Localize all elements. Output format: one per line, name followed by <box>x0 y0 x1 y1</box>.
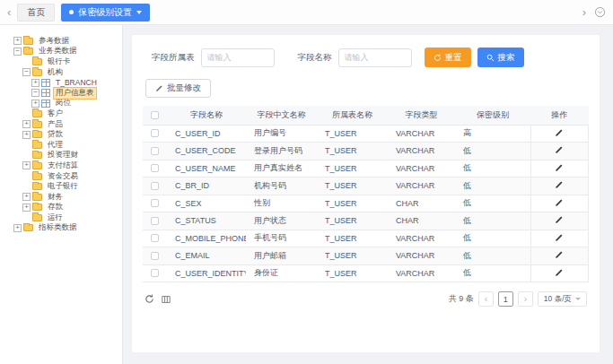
row-checkbox[interactable] <box>151 234 159 242</box>
tab-security-level-settings[interactable]: 保密级别设置 <box>61 4 150 22</box>
row-checkbox[interactable] <box>151 129 159 137</box>
current-page-button[interactable]: 1 <box>498 291 513 307</box>
row-checkbox-cell <box>143 125 167 143</box>
tabs-menu-icon[interactable] <box>594 6 606 18</box>
tabs-scroll-left-icon[interactable]: ‹ <box>7 6 11 18</box>
edit-row-button[interactable] <box>555 180 564 189</box>
table-icon <box>41 100 50 108</box>
tab-home[interactable]: 首页 <box>17 4 55 22</box>
reset-icon <box>433 54 442 62</box>
row-checkbox-cell <box>143 247 167 265</box>
row-checkbox[interactable] <box>151 199 159 207</box>
batch-edit-button[interactable]: 批量修改 <box>145 79 211 98</box>
table-row: C_STATUS用户状态T_USERCHAR低 <box>143 212 589 230</box>
row-checkbox-cell <box>143 264 167 282</box>
operation-cell <box>530 230 589 247</box>
edit-row-button[interactable] <box>555 215 564 224</box>
plus-expander-icon[interactable]: + <box>22 161 31 169</box>
plus-expander-icon[interactable]: + <box>31 79 39 87</box>
select-all-checkbox[interactable] <box>151 111 159 119</box>
field-name-cell: C_BR_ID <box>167 178 246 195</box>
expander-spacer <box>22 141 31 149</box>
security-level-cell: 高 <box>455 125 530 143</box>
security-level-cell: 低 <box>455 230 530 247</box>
pencil-icon <box>555 163 564 172</box>
next-page-button[interactable]: › <box>518 291 533 307</box>
edit-row-button[interactable] <box>555 233 564 242</box>
plus-expander-icon[interactable]: + <box>31 100 39 108</box>
edit-row-button[interactable] <box>555 163 564 172</box>
field-type-cell: VARCHAR <box>388 143 455 160</box>
expander-spacer <box>22 183 31 191</box>
expander-spacer <box>22 213 31 221</box>
plus-expander-icon[interactable]: + <box>13 224 22 232</box>
edit-row-button[interactable] <box>555 128 564 137</box>
operation-cell <box>530 160 589 178</box>
field-name-cell: C_SEX <box>167 195 246 212</box>
plus-expander-icon[interactable]: + <box>22 131 31 139</box>
edit-row-button[interactable] <box>555 250 564 259</box>
minus-expander-icon[interactable]: − <box>31 89 39 97</box>
field-cname-cell: 性别 <box>246 195 317 212</box>
folder-icon <box>23 38 33 45</box>
tree-item[interactable]: −机构 <box>0 67 122 78</box>
folder-icon <box>32 214 42 221</box>
pencil-icon <box>555 233 564 242</box>
security-level-cell: 低 <box>455 212 530 230</box>
table-name-cell: T_USER <box>317 212 388 230</box>
field-table-input[interactable] <box>201 48 275 67</box>
folder-icon <box>23 224 33 231</box>
security-level-cell: 低 <box>455 195 530 212</box>
pencil-icon <box>555 250 564 259</box>
plus-expander-icon[interactable]: + <box>22 204 31 212</box>
field-name-cell: C_USER_ID <box>167 125 246 143</box>
pencil-icon <box>555 128 564 137</box>
field-cname-cell: 机构号码 <box>246 178 317 195</box>
row-checkbox[interactable] <box>151 164 159 172</box>
row-checkbox[interactable] <box>151 269 159 277</box>
field-type-cell: VARCHAR <box>388 125 455 143</box>
field-type-cell: VARCHAR <box>388 247 455 265</box>
field-name-cell: C_USER_NAME <box>167 160 246 178</box>
row-checkbox-cell <box>143 143 167 160</box>
chevron-down-icon[interactable] <box>136 11 142 14</box>
row-checkbox[interactable] <box>151 147 159 155</box>
edit-row-button[interactable] <box>555 198 564 207</box>
plus-expander-icon[interactable]: + <box>22 120 31 128</box>
minus-expander-icon[interactable]: − <box>13 48 22 56</box>
refresh-icon[interactable] <box>144 294 154 304</box>
operation-cell <box>530 125 589 143</box>
field-cname-cell: 用户邮箱 <box>246 247 317 265</box>
operation-cell <box>530 264 589 282</box>
folder-icon <box>32 183 42 190</box>
row-checkbox[interactable] <box>151 217 159 225</box>
edit-row-button[interactable] <box>555 145 564 154</box>
minus-expander-icon[interactable]: − <box>22 68 31 76</box>
column-header: 保密级别 <box>455 106 530 125</box>
row-checkbox-cell <box>143 178 167 195</box>
edit-row-button[interactable] <box>555 268 564 277</box>
folder-icon <box>23 48 33 55</box>
search-button[interactable]: 搜索 <box>477 48 524 67</box>
security-level-cell: 低 <box>455 247 530 265</box>
prev-page-button[interactable]: ‹ <box>478 291 494 307</box>
tabs-scroll-right-icon[interactable]: › <box>582 6 586 18</box>
page-size-select[interactable]: 10 条/页 <box>538 291 587 307</box>
security-level-cell: 低 <box>455 160 530 178</box>
field-name-input[interactable] <box>338 48 412 67</box>
plus-expander-icon[interactable]: + <box>22 193 31 201</box>
row-checkbox[interactable] <box>151 252 159 260</box>
folder-icon <box>32 142 42 149</box>
plus-expander-icon[interactable]: + <box>13 37 22 45</box>
tree-item[interactable]: +指标类数据 <box>0 223 122 234</box>
reset-button[interactable]: 重置 <box>425 48 471 67</box>
field-cname-cell: 手机号码 <box>246 230 317 247</box>
column-header: 操作 <box>530 106 589 125</box>
column-settings-icon[interactable] <box>162 295 171 304</box>
operation-cell <box>530 178 589 195</box>
row-checkbox[interactable] <box>151 182 159 190</box>
table-row: C_USER_NAME用户真实姓名T_USERVARCHAR低 <box>143 160 589 178</box>
security-level-cell: 低 <box>455 143 530 160</box>
expander-spacer <box>22 172 31 180</box>
security-level-cell: 低 <box>455 264 530 282</box>
